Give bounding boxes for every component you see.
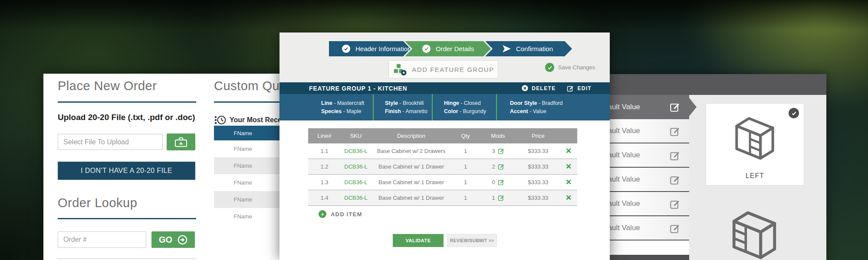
defaults-panel-header xyxy=(582,74,826,95)
line-items-table: Line# SKU Description Qty Mods Price 1.1… xyxy=(308,128,577,206)
order-lookup-title: Order Lookup xyxy=(58,196,137,210)
edit-mods-icon[interactable] xyxy=(498,163,504,170)
history-clock-icon xyxy=(214,115,226,125)
order-wizard-modal: Header Information Order Details Confirm… xyxy=(279,32,610,260)
item-row: 1.4 DCB36-L Base Cabinet w/ 1 Drawer 1 1… xyxy=(308,190,577,206)
attribute-column: Hinge - Closed Color - Burgundy xyxy=(432,94,496,120)
browse-file-button[interactable] xyxy=(167,133,195,150)
edit-icon[interactable] xyxy=(670,150,680,161)
quote-row[interactable]: FNameLName xyxy=(214,140,286,157)
step-label: Order Details xyxy=(436,45,474,52)
cabinet-right-icon[interactable] xyxy=(727,204,782,260)
hinge-option-card-left[interactable]: LEFT xyxy=(706,103,804,185)
attribute-column: Door Style - Bradford Accent - Value xyxy=(496,94,610,120)
section-divider xyxy=(58,258,196,259)
item-row: 1.1 DCB36-L Base Cabinet w/ 2 Drawers 1 … xyxy=(308,143,577,159)
quote-row[interactable]: FNameLName xyxy=(214,208,286,225)
step-label: Confirmation xyxy=(516,45,553,52)
order-number-input[interactable] xyxy=(58,231,146,248)
attribute-column: Line - Mastercraft Species - Maple xyxy=(279,94,373,120)
step-confirmation[interactable]: Confirmation xyxy=(485,41,572,56)
add-feature-group-button[interactable]: ADD FEATURE GROUP xyxy=(388,60,498,78)
arrow-next-icon xyxy=(503,45,511,52)
step-order-details[interactable]: Order Details xyxy=(405,41,491,56)
sku-link[interactable]: DCB36-L xyxy=(341,148,371,154)
add-feature-group-label: ADD FEATURE GROUP xyxy=(412,66,494,73)
feature-cubes-icon xyxy=(392,63,407,76)
remove-item-icon[interactable]: ✕ xyxy=(566,178,572,186)
quote-row[interactable]: FNameLName xyxy=(214,191,286,208)
edit-mods-icon[interactable] xyxy=(498,195,504,201)
place-new-order-title: Place New Order xyxy=(58,79,157,93)
edit-mods-icon[interactable] xyxy=(498,179,504,185)
add-item-button[interactable]: + ADD ITEM xyxy=(319,210,362,218)
feature-group-title: FEATURE GROUP 1 - KITCHEN xyxy=(309,85,407,92)
delete-label: DELETE xyxy=(532,85,556,91)
delete-circle-x-icon xyxy=(522,85,528,91)
go-button[interactable]: GO xyxy=(151,231,195,248)
edit-icon[interactable] xyxy=(670,126,680,136)
custom-quote-title: Custom Quote xyxy=(214,79,286,93)
attribute-column: Style - Brookhill Finish - Amaretto xyxy=(373,94,432,120)
validate-button[interactable]: VALIDATE xyxy=(393,234,444,247)
recent-quotes-header: Your Most Recent xyxy=(214,115,286,125)
no-2020-file-button[interactable]: I DON'T HAVE A 20-20 FILE xyxy=(58,162,195,180)
sku-link[interactable]: DCB36-L xyxy=(341,179,371,185)
background-top-shade xyxy=(0,0,868,30)
edit-icon[interactable] xyxy=(670,223,680,234)
edit-icon[interactable] xyxy=(670,175,680,185)
plus-circle-icon: + xyxy=(319,210,326,218)
step-label: Header Information xyxy=(355,45,411,52)
title-underline xyxy=(58,218,196,219)
edit-mods-icon[interactable] xyxy=(498,148,504,154)
order-entry-sheet: Place New Order Upload 20-20 File (.txt,… xyxy=(43,74,286,260)
item-row: 1.2 DCB36-L Base Cabinet w/ 1 Drawer 1 2… xyxy=(308,159,577,175)
sku-link[interactable]: DCB36-L xyxy=(341,195,371,201)
save-changes[interactable]: Save Changes xyxy=(545,63,595,72)
recent-quotes-label: Your Most Recent xyxy=(230,116,286,124)
col-fname: FName xyxy=(214,130,272,136)
remove-item-icon[interactable]: ✕ xyxy=(566,147,572,155)
option-card-label: LEFT xyxy=(706,172,804,180)
edit-icon[interactable] xyxy=(670,199,680,209)
save-check-icon xyxy=(545,63,554,72)
go-label: GO xyxy=(159,235,172,245)
validate-label: VALIDATE xyxy=(405,238,431,243)
edit-feature-group-button[interactable]: EDIT xyxy=(567,85,592,92)
step-header-information[interactable]: Header Information xyxy=(329,41,411,56)
sku-link[interactable]: DCB36-L xyxy=(341,163,371,170)
feature-group-attributes: Line - Mastercraft Species - Maple Style… xyxy=(279,94,610,120)
review-submit-button[interactable]: REVIEW/SUBMIT >> xyxy=(447,234,497,247)
feature-group-header-bar: FEATURE GROUP 1 - KITCHEN DELETE EDIT xyxy=(279,82,610,94)
edit-pencil-icon xyxy=(567,85,574,92)
recent-quotes-table: FName LName FNameLName FNameLName FNameL… xyxy=(214,126,286,225)
check-circle-icon xyxy=(342,45,350,53)
remove-item-icon[interactable]: ✕ xyxy=(566,194,572,202)
edit-icon[interactable] xyxy=(670,102,680,112)
quotes-table-header-row: FName LName xyxy=(214,126,286,140)
upload-briefcase-icon xyxy=(174,136,187,148)
wizard-steps: Header Information Order Details Confirm… xyxy=(329,41,572,56)
cabinet-left-icon xyxy=(730,110,779,163)
item-row: 1.3 DCB36-L Base Cabinet w/ 1 Drawer 1 0… xyxy=(308,175,577,190)
review-submit-label: REVIEW/SUBMIT >> xyxy=(450,238,494,243)
items-header-row: Line# SKU Description Qty Mods Price xyxy=(308,128,577,143)
save-changes-label: Save Changes xyxy=(558,64,595,71)
delete-feature-group-button[interactable]: DELETE xyxy=(522,85,556,91)
upload-file-label: Upload 20-20 File (.txt, .pdf or .doc) xyxy=(58,113,195,122)
arrow-circle-icon xyxy=(178,235,187,245)
add-item-label: ADD ITEM xyxy=(331,211,362,218)
screen: Place New Order Upload 20-20 File (.txt,… xyxy=(0,0,868,260)
quote-row[interactable]: FNameLName xyxy=(214,157,286,174)
check-circle-icon xyxy=(422,45,431,53)
file-upload-input[interactable] xyxy=(58,134,163,150)
no-2020-file-label: I DON'T HAVE A 20-20 FILE xyxy=(81,167,172,175)
selected-check-icon xyxy=(789,108,799,118)
edit-label: EDIT xyxy=(577,85,592,91)
title-underline xyxy=(58,101,196,103)
defaults-panel: Default Value Default Value Default Valu… xyxy=(582,74,826,260)
remove-item-icon[interactable]: ✕ xyxy=(566,162,572,171)
title-underline xyxy=(214,101,286,103)
quote-row[interactable]: FNameLName xyxy=(214,174,286,191)
